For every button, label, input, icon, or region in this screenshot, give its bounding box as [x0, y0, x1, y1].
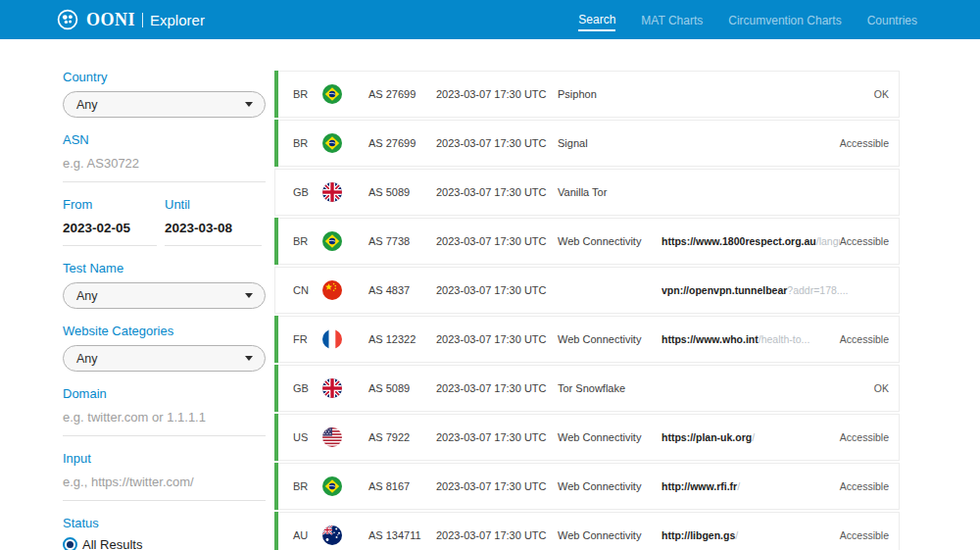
test-name: Tor Snowflake	[558, 382, 662, 394]
fr-flag-icon	[322, 329, 342, 349]
country-code: BR	[293, 88, 322, 100]
au-flag-icon	[322, 525, 342, 545]
test-name: Vanilla Tor	[558, 186, 662, 198]
country-label: Country	[63, 71, 266, 84]
domain-label: Domain	[63, 387, 266, 401]
date-range-group: From Until	[63, 198, 266, 246]
website-categories-label: Website Categories	[63, 325, 266, 338]
status-option-label: All Results	[82, 537, 142, 550]
asn-value: AS 7738	[368, 235, 436, 247]
status-label: Accessible	[840, 235, 889, 247]
measurement-date: 2023-03-07 17:30 UTC	[436, 284, 558, 296]
measurement-date: 2023-03-07 17:30 UTC	[436, 186, 558, 198]
test-name: Web Connectivity	[558, 333, 662, 345]
nav-item-search[interactable]: Search	[578, 9, 615, 31]
measurement-input: https://www.who.int/health-to...	[662, 333, 840, 345]
website-categories-select-value: Any	[76, 352, 98, 366]
filter-sidebar: Country Any ASN From Until Test Name Any…	[63, 71, 266, 550]
measurement-date: 2023-03-07 17:30 UTC	[436, 333, 558, 345]
input-filter-group: Input	[63, 452, 266, 501]
status-label: Accessible	[840, 480, 889, 492]
asn-value: AS 4837	[368, 284, 436, 296]
country-code: GB	[293, 186, 322, 198]
country-code: BR	[293, 235, 322, 247]
measurement-date: 2023-03-07 17:30 UTC	[436, 235, 558, 247]
status-label: Status	[63, 517, 266, 530]
country-code: FR	[293, 333, 322, 345]
status-label: Accessible	[840, 137, 889, 149]
radio-checked-icon	[63, 537, 77, 550]
status-label: Accessible	[840, 431, 889, 443]
domain-input[interactable]	[63, 408, 266, 436]
nav-item-countries[interactable]: Countries	[867, 10, 917, 30]
measurement-date: 2023-03-07 17:30 UTC	[436, 480, 558, 492]
nav-item-mat-charts[interactable]: MAT Charts	[641, 10, 703, 30]
status-option-all-results[interactable]: All Results	[63, 537, 266, 550]
country-code: GB	[293, 382, 322, 394]
asn-filter-group: ASN	[63, 133, 266, 182]
country-select[interactable]: Any	[63, 91, 266, 118]
country-code: US	[293, 431, 322, 443]
country-code: BR	[293, 480, 322, 492]
chevron-down-icon	[245, 102, 253, 107]
domain-filter-group: Domain	[63, 387, 266, 436]
br-flag-icon	[322, 133, 342, 153]
chevron-down-icon	[245, 356, 253, 361]
test-name: Web Connectivity	[558, 431, 662, 443]
country-code: AU	[293, 529, 322, 541]
measurement-row[interactable]: US AS 7922 2023-03-07 17:30 UTC Web Conn…	[274, 414, 900, 461]
measurement-row[interactable]: BR AS 7738 2023-03-07 17:30 UTC Web Conn…	[274, 218, 900, 265]
test-name-select-value: Any	[76, 289, 98, 303]
asn-value: AS 27699	[368, 88, 436, 100]
measurement-row[interactable]: FR AS 12322 2023-03-07 17:30 UTC Web Con…	[274, 316, 900, 363]
gb-flag-icon	[322, 182, 342, 202]
measurement-row[interactable]: BR AS 27699 2023-03-07 17:30 UTC Signal …	[274, 120, 900, 167]
measurement-date: 2023-03-07 17:30 UTC	[436, 88, 558, 100]
asn-input[interactable]	[63, 154, 266, 182]
measurement-row[interactable]: GB AS 5089 2023-03-07 17:30 UTC Vanilla …	[274, 169, 900, 216]
from-label: From	[63, 198, 157, 212]
test-name-select[interactable]: Any	[63, 282, 266, 309]
asn-value: AS 7922	[368, 431, 436, 443]
measurement-row[interactable]: CN AS 4837 2023-03-07 17:30 UTC vpn://op…	[274, 267, 900, 314]
measurement-row[interactable]: AU AS 134711 2023-03-07 17:30 UTC Web Co…	[274, 512, 900, 550]
chevron-down-icon	[245, 293, 253, 298]
measurement-row[interactable]: BR AS 27699 2023-03-07 17:30 UTC Psiphon…	[274, 71, 900, 118]
brand[interactable]: OONI Explorer	[57, 9, 205, 30]
measurement-date: 2023-03-07 17:30 UTC	[436, 529, 558, 541]
test-name: Web Connectivity	[558, 235, 662, 247]
measurement-row[interactable]: BR AS 8167 2023-03-07 17:30 UTC Web Conn…	[274, 463, 900, 510]
asn-value: AS 12322	[368, 333, 436, 345]
br-flag-icon	[322, 476, 342, 496]
measurement-input: http://libgen.gs/	[662, 529, 840, 541]
website-categories-select[interactable]: Any	[63, 345, 266, 372]
until-label: Until	[165, 198, 262, 212]
input-label: Input	[63, 452, 266, 466]
from-date-input[interactable]	[63, 219, 157, 246]
asn-value: AS 27699	[368, 137, 436, 149]
app-header: OONI Explorer Search MAT Charts Circumve…	[0, 0, 980, 39]
measurement-date: 2023-03-07 17:30 UTC	[436, 382, 558, 394]
measurement-row[interactable]: GB AS 5089 2023-03-07 17:30 UTC Tor Snow…	[274, 365, 900, 412]
asn-value: AS 134711	[368, 529, 436, 541]
status-label: Accessible	[840, 333, 889, 345]
country-code: CN	[293, 284, 322, 296]
nav-item-circumvention-charts[interactable]: Circumvention Charts	[728, 10, 841, 30]
asn-value: AS 8167	[368, 480, 436, 492]
br-flag-icon	[322, 231, 342, 251]
asn-label: ASN	[63, 133, 266, 147]
measurement-date: 2023-03-07 17:30 UTC	[436, 137, 558, 149]
measurement-date: 2023-03-07 17:30 UTC	[436, 431, 558, 443]
until-date-input[interactable]	[165, 219, 262, 246]
us-flag-icon	[322, 427, 342, 447]
asn-value: AS 5089	[368, 382, 436, 394]
results-list: BR AS 27699 2023-03-07 17:30 UTC Psiphon…	[274, 71, 900, 550]
measurement-input: http://www.rfi.fr/	[662, 480, 840, 492]
country-code: BR	[293, 137, 322, 149]
status-label: OK	[874, 88, 889, 100]
input-input[interactable]	[63, 473, 266, 501]
brand-product: Explorer	[150, 13, 205, 27]
country-filter-group: Country Any	[63, 71, 266, 118]
measurement-input: vpn://openvpn.tunnelbear?addr=178....	[662, 284, 889, 296]
cn-flag-icon	[322, 280, 342, 300]
